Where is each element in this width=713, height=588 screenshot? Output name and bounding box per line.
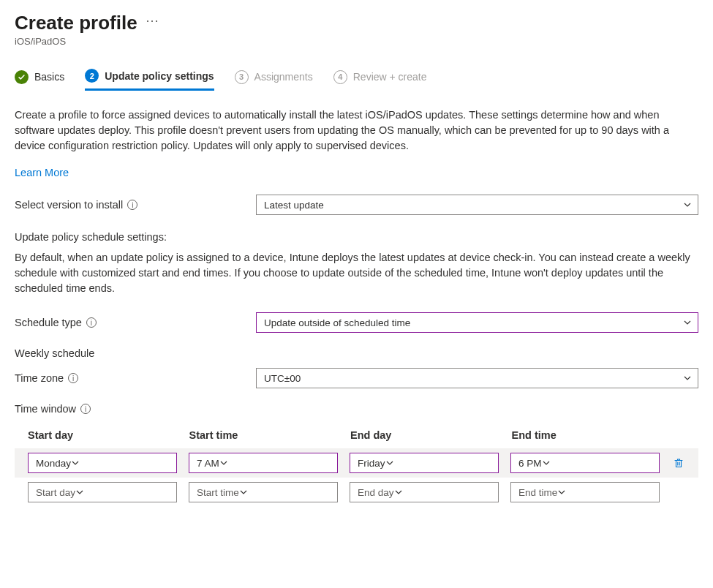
- page-title: Create profile: [15, 12, 137, 34]
- chevron-down-icon: [239, 488, 248, 497]
- tab-review-label: Review + create: [353, 71, 427, 83]
- end-time-value: 6 PM: [518, 458, 542, 469]
- end-time-placeholder: End time: [518, 487, 557, 498]
- info-icon[interactable]: i: [127, 200, 137, 210]
- start-day-placeholder: Start day: [36, 487, 75, 498]
- chevron-down-icon: [683, 374, 692, 382]
- start-day-dropdown[interactable]: Start day: [28, 482, 177, 502]
- col-header-start-day: Start day: [28, 429, 178, 441]
- end-day-placeholder: End day: [358, 487, 394, 498]
- tab-assignments-label: Assignments: [254, 71, 313, 83]
- col-header-start-time: Start time: [189, 429, 339, 441]
- start-day-dropdown[interactable]: Monday: [28, 453, 177, 473]
- tab-update-policy-settings[interactable]: 2 Update policy settings: [85, 69, 214, 91]
- tab-update-policy-label: Update policy settings: [105, 70, 214, 82]
- tab-assignments[interactable]: 3 Assignments: [235, 69, 313, 91]
- time-window-grid: Start day Start time End day End time Mo…: [15, 429, 698, 507]
- check-icon: [15, 70, 29, 84]
- col-header-end-day: End day: [350, 429, 500, 441]
- end-time-dropdown[interactable]: 6 PM: [510, 453, 660, 473]
- chevron-down-icon: [219, 459, 228, 467]
- info-icon[interactable]: i: [86, 317, 97, 328]
- start-time-placeholder: Start time: [197, 487, 239, 498]
- page-subtitle: iOS/iPadOS: [15, 36, 698, 47]
- info-icon[interactable]: i: [68, 373, 78, 383]
- chevron-down-icon: [394, 488, 403, 497]
- policy-description: Create a profile to force assigned devic…: [15, 108, 698, 154]
- end-day-dropdown[interactable]: Friday: [350, 453, 499, 473]
- schedule-type-value: Update outside of scheduled time: [264, 317, 410, 328]
- tab-basics-label: Basics: [34, 71, 64, 83]
- select-version-dropdown[interactable]: Latest update: [256, 195, 698, 215]
- chevron-down-icon: [683, 200, 692, 209]
- timezone-value: UTC±00: [264, 373, 301, 384]
- start-time-dropdown[interactable]: Start time: [189, 482, 338, 502]
- tab-basics[interactable]: Basics: [15, 69, 64, 91]
- chevron-down-icon: [385, 459, 394, 467]
- end-time-dropdown[interactable]: End time: [510, 482, 660, 502]
- chevron-down-icon: [75, 488, 84, 497]
- start-time-dropdown[interactable]: 7 AM: [189, 453, 338, 473]
- learn-more-link[interactable]: Learn More: [15, 167, 69, 178]
- wizard-tabs: Basics 2 Update policy settings 3 Assign…: [15, 69, 698, 91]
- more-menu-button[interactable]: ···: [146, 13, 159, 33]
- step-number-icon: 4: [333, 70, 347, 84]
- chevron-down-icon: [557, 488, 566, 497]
- end-day-dropdown[interactable]: End day: [350, 482, 499, 502]
- tab-review-create[interactable]: 4 Review + create: [333, 69, 427, 91]
- start-time-value: 7 AM: [197, 458, 219, 469]
- time-window-label: Time window: [15, 403, 76, 415]
- chevron-down-icon: [542, 459, 551, 467]
- schedule-settings-heading: Update policy schedule settings:: [15, 231, 698, 243]
- info-icon[interactable]: i: [80, 404, 91, 414]
- chevron-down-icon: [71, 459, 80, 467]
- end-day-value: Friday: [358, 458, 385, 469]
- timezone-label: Time zone: [15, 372, 64, 384]
- step-number-icon: 2: [85, 69, 99, 83]
- weekly-schedule-heading: Weekly schedule: [15, 347, 698, 359]
- schedule-settings-text: By default, when an update policy is ass…: [15, 250, 698, 296]
- table-row: Monday 7 AM Friday 6 PM: [15, 448, 698, 478]
- col-header-end-time: End time: [512, 429, 662, 441]
- start-day-value: Monday: [36, 458, 71, 469]
- select-version-value: Latest update: [264, 200, 324, 211]
- chevron-down-icon: [683, 318, 692, 327]
- delete-row-button[interactable]: [671, 457, 686, 469]
- schedule-type-label: Schedule type: [15, 317, 82, 328]
- select-version-label: Select version to install: [15, 199, 123, 211]
- step-number-icon: 3: [235, 70, 249, 84]
- timezone-dropdown[interactable]: UTC±00: [256, 368, 698, 388]
- table-row: Start day Start time End day End time: [15, 478, 698, 507]
- schedule-type-dropdown[interactable]: Update outside of scheduled time: [256, 312, 698, 333]
